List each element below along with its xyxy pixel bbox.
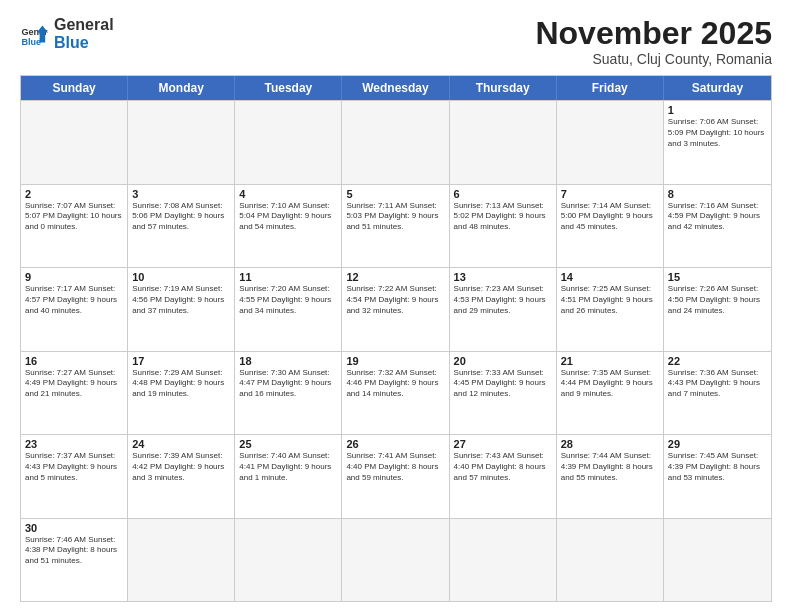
calendar-body: 1Sunrise: 7:06 AM Sunset: 5:09 PM Daylig…	[21, 100, 771, 601]
calendar-cell: 24Sunrise: 7:39 AM Sunset: 4:42 PM Dayli…	[128, 435, 235, 517]
cell-info: Sunrise: 7:41 AM Sunset: 4:40 PM Dayligh…	[346, 451, 444, 483]
calendar-cell: 2Sunrise: 7:07 AM Sunset: 5:07 PM Daylig…	[21, 185, 128, 267]
weekday-header: Wednesday	[342, 76, 449, 100]
cell-info: Sunrise: 7:26 AM Sunset: 4:50 PM Dayligh…	[668, 284, 767, 316]
calendar-cell: 7Sunrise: 7:14 AM Sunset: 5:00 PM Daylig…	[557, 185, 664, 267]
date-number: 18	[239, 355, 337, 367]
calendar-cell: 8Sunrise: 7:16 AM Sunset: 4:59 PM Daylig…	[664, 185, 771, 267]
date-number: 1	[668, 104, 767, 116]
calendar-cell: 16Sunrise: 7:27 AM Sunset: 4:49 PM Dayli…	[21, 352, 128, 434]
calendar-cell: 22Sunrise: 7:36 AM Sunset: 4:43 PM Dayli…	[664, 352, 771, 434]
date-number: 14	[561, 271, 659, 283]
date-number: 8	[668, 188, 767, 200]
cell-info: Sunrise: 7:30 AM Sunset: 4:47 PM Dayligh…	[239, 368, 337, 400]
date-number: 13	[454, 271, 552, 283]
calendar-cell: 14Sunrise: 7:25 AM Sunset: 4:51 PM Dayli…	[557, 268, 664, 350]
cell-info: Sunrise: 7:13 AM Sunset: 5:02 PM Dayligh…	[454, 201, 552, 233]
cell-info: Sunrise: 7:23 AM Sunset: 4:53 PM Dayligh…	[454, 284, 552, 316]
calendar-row: 9Sunrise: 7:17 AM Sunset: 4:57 PM Daylig…	[21, 267, 771, 350]
calendar-cell: 11Sunrise: 7:20 AM Sunset: 4:55 PM Dayli…	[235, 268, 342, 350]
date-number: 2	[25, 188, 123, 200]
calendar-cell: 19Sunrise: 7:32 AM Sunset: 4:46 PM Dayli…	[342, 352, 449, 434]
calendar-cell: 18Sunrise: 7:30 AM Sunset: 4:47 PM Dayli…	[235, 352, 342, 434]
date-number: 16	[25, 355, 123, 367]
logo: General Blue General Blue	[20, 16, 114, 51]
calendar-cell: 21Sunrise: 7:35 AM Sunset: 4:44 PM Dayli…	[557, 352, 664, 434]
date-number: 22	[668, 355, 767, 367]
date-number: 11	[239, 271, 337, 283]
date-number: 26	[346, 438, 444, 450]
month-title: November 2025	[535, 16, 772, 51]
date-number: 15	[668, 271, 767, 283]
calendar-cell: 23Sunrise: 7:37 AM Sunset: 4:43 PM Dayli…	[21, 435, 128, 517]
logo-general-text: General	[54, 16, 114, 34]
weekday-header: Thursday	[450, 76, 557, 100]
calendar-cell	[450, 519, 557, 601]
cell-info: Sunrise: 7:19 AM Sunset: 4:56 PM Dayligh…	[132, 284, 230, 316]
cell-info: Sunrise: 7:14 AM Sunset: 5:00 PM Dayligh…	[561, 201, 659, 233]
date-number: 27	[454, 438, 552, 450]
calendar-row: 30Sunrise: 7:46 AM Sunset: 4:38 PM Dayli…	[21, 518, 771, 601]
calendar-cell	[342, 519, 449, 601]
date-number: 25	[239, 438, 337, 450]
cell-info: Sunrise: 7:25 AM Sunset: 4:51 PM Dayligh…	[561, 284, 659, 316]
calendar-cell: 6Sunrise: 7:13 AM Sunset: 5:02 PM Daylig…	[450, 185, 557, 267]
date-number: 6	[454, 188, 552, 200]
calendar-cell: 12Sunrise: 7:22 AM Sunset: 4:54 PM Dayli…	[342, 268, 449, 350]
calendar-cell: 26Sunrise: 7:41 AM Sunset: 4:40 PM Dayli…	[342, 435, 449, 517]
cell-info: Sunrise: 7:16 AM Sunset: 4:59 PM Dayligh…	[668, 201, 767, 233]
cell-info: Sunrise: 7:11 AM Sunset: 5:03 PM Dayligh…	[346, 201, 444, 233]
cell-info: Sunrise: 7:17 AM Sunset: 4:57 PM Dayligh…	[25, 284, 123, 316]
calendar-cell: 3Sunrise: 7:08 AM Sunset: 5:06 PM Daylig…	[128, 185, 235, 267]
calendar-cell	[128, 101, 235, 183]
calendar-page: General Blue General Blue November 2025 …	[0, 0, 792, 612]
logo-icon: General Blue	[20, 20, 48, 48]
page-header: General Blue General Blue November 2025 …	[20, 16, 772, 67]
calendar-cell	[450, 101, 557, 183]
calendar-cell: 25Sunrise: 7:40 AM Sunset: 4:41 PM Dayli…	[235, 435, 342, 517]
calendar-cell	[557, 519, 664, 601]
cell-info: Sunrise: 7:29 AM Sunset: 4:48 PM Dayligh…	[132, 368, 230, 400]
calendar-cell: 4Sunrise: 7:10 AM Sunset: 5:04 PM Daylig…	[235, 185, 342, 267]
cell-info: Sunrise: 7:39 AM Sunset: 4:42 PM Dayligh…	[132, 451, 230, 483]
weekday-header: Monday	[128, 76, 235, 100]
calendar-header: SundayMondayTuesdayWednesdayThursdayFrid…	[21, 76, 771, 100]
date-number: 17	[132, 355, 230, 367]
cell-info: Sunrise: 7:35 AM Sunset: 4:44 PM Dayligh…	[561, 368, 659, 400]
date-number: 30	[25, 522, 123, 534]
cell-info: Sunrise: 7:36 AM Sunset: 4:43 PM Dayligh…	[668, 368, 767, 400]
cell-info: Sunrise: 7:10 AM Sunset: 5:04 PM Dayligh…	[239, 201, 337, 233]
cell-info: Sunrise: 7:37 AM Sunset: 4:43 PM Dayligh…	[25, 451, 123, 483]
cell-info: Sunrise: 7:45 AM Sunset: 4:39 PM Dayligh…	[668, 451, 767, 483]
calendar-cell	[235, 101, 342, 183]
date-number: 5	[346, 188, 444, 200]
date-number: 28	[561, 438, 659, 450]
calendar-cell	[557, 101, 664, 183]
calendar-cell: 29Sunrise: 7:45 AM Sunset: 4:39 PM Dayli…	[664, 435, 771, 517]
date-number: 10	[132, 271, 230, 283]
calendar-cell: 1Sunrise: 7:06 AM Sunset: 5:09 PM Daylig…	[664, 101, 771, 183]
calendar-cell: 10Sunrise: 7:19 AM Sunset: 4:56 PM Dayli…	[128, 268, 235, 350]
calendar-cell: 5Sunrise: 7:11 AM Sunset: 5:03 PM Daylig…	[342, 185, 449, 267]
calendar-cell: 9Sunrise: 7:17 AM Sunset: 4:57 PM Daylig…	[21, 268, 128, 350]
calendar: SundayMondayTuesdayWednesdayThursdayFrid…	[20, 75, 772, 602]
calendar-cell: 13Sunrise: 7:23 AM Sunset: 4:53 PM Dayli…	[450, 268, 557, 350]
weekday-header: Tuesday	[235, 76, 342, 100]
cell-info: Sunrise: 7:43 AM Sunset: 4:40 PM Dayligh…	[454, 451, 552, 483]
cell-info: Sunrise: 7:20 AM Sunset: 4:55 PM Dayligh…	[239, 284, 337, 316]
date-number: 29	[668, 438, 767, 450]
calendar-cell	[21, 101, 128, 183]
calendar-row: 23Sunrise: 7:37 AM Sunset: 4:43 PM Dayli…	[21, 434, 771, 517]
cell-info: Sunrise: 7:06 AM Sunset: 5:09 PM Dayligh…	[668, 117, 767, 149]
date-number: 4	[239, 188, 337, 200]
cell-info: Sunrise: 7:46 AM Sunset: 4:38 PM Dayligh…	[25, 535, 123, 567]
date-number: 3	[132, 188, 230, 200]
cell-info: Sunrise: 7:44 AM Sunset: 4:39 PM Dayligh…	[561, 451, 659, 483]
weekday-header: Sunday	[21, 76, 128, 100]
calendar-row: 2Sunrise: 7:07 AM Sunset: 5:07 PM Daylig…	[21, 184, 771, 267]
calendar-cell	[342, 101, 449, 183]
date-number: 20	[454, 355, 552, 367]
date-number: 9	[25, 271, 123, 283]
calendar-row: 16Sunrise: 7:27 AM Sunset: 4:49 PM Dayli…	[21, 351, 771, 434]
calendar-cell: 17Sunrise: 7:29 AM Sunset: 4:48 PM Dayli…	[128, 352, 235, 434]
